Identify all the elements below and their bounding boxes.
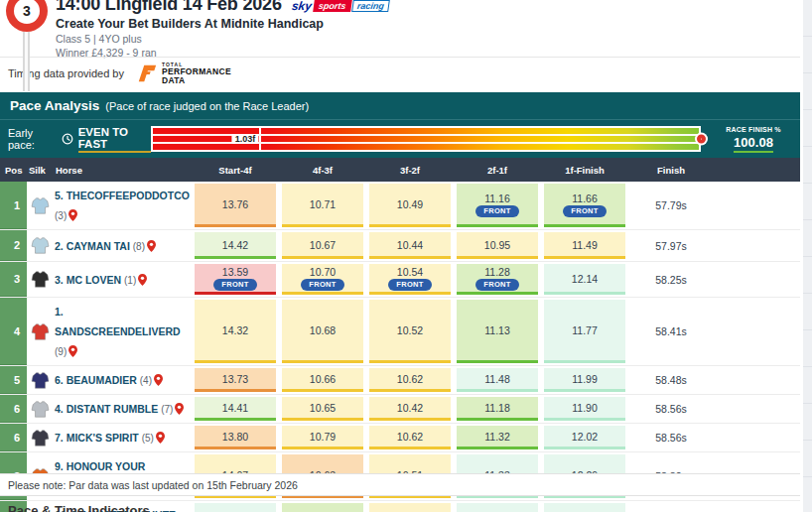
position-badge: FRONT <box>475 279 518 291</box>
sky-logo-text: sky <box>291 0 313 13</box>
tracker-pin-icon[interactable] <box>68 206 77 226</box>
finish-time: 57.79s <box>628 182 714 229</box>
header-divider <box>0 57 800 58</box>
sectional-cell: 10.81REAR <box>366 501 454 512</box>
pace-time-indicators-heading: Pace & Time Indicators <box>8 503 150 512</box>
par-data-note: Please note: Par data was last updated o… <box>8 479 298 491</box>
sectional-cell: 13.76 <box>192 182 279 229</box>
tracker-pin-icon[interactable] <box>156 429 165 448</box>
horse-cell: 3. MC LOVEN (1) <box>53 262 192 297</box>
tracker-pin-icon[interactable] <box>147 237 156 257</box>
scrollbar-track[interactable] <box>800 0 812 512</box>
sectional-cell: 10.66 <box>279 366 366 394</box>
sectional-cell: 12.02 <box>541 424 628 451</box>
column-header-3f-2f: 3f-2f <box>366 165 454 176</box>
silk-icon <box>27 230 53 261</box>
horse-name-link[interactable]: 5. THECOFFEEPODDOTCO <box>55 190 190 201</box>
sectional-value: 11.99 <box>572 373 598 385</box>
table-row: 1 5. THECOFFEEPODDOTCO (3) 13.76 10.71 1… <box>0 182 800 230</box>
tracker-pin-icon[interactable] <box>154 371 163 391</box>
finish-time: 58.56s <box>628 395 714 423</box>
silk-icon <box>27 262 53 297</box>
race-title: 14:00 Lingfield 14 Feb 2026 <box>56 0 282 15</box>
sectional-cell: 14.42 <box>192 230 279 261</box>
sectional-value: 11.18 <box>484 402 510 414</box>
sectional-cell: 10.70FRONT <box>279 262 366 297</box>
race-class: Class 5 | 4YO plus <box>56 33 389 45</box>
pace-marker-label: 1.03f <box>232 134 259 144</box>
horse-name-link[interactable]: 3. MC LOVEN <box>55 274 124 286</box>
column-header-silk: Silk <box>27 165 53 176</box>
column-header-2f-1f: 2f-1f <box>454 165 541 176</box>
sectional-value: 12.14 <box>572 273 598 285</box>
race-number-badge: 3 <box>6 0 48 32</box>
sectional-cell: 13.73 <box>192 366 279 394</box>
table-row: 4 1. SANDSCREENDELIVERD (9) 14.32 10.68 … <box>0 298 800 366</box>
row-spacer <box>714 366 800 394</box>
horse-draw: (8) <box>133 241 145 252</box>
horse-name-link[interactable]: 6. BEAUMADIER <box>55 374 140 386</box>
sectional-cell: 11.49REAR <box>454 501 541 512</box>
sectional-value: 10.70 <box>310 266 336 278</box>
sectional-cell: 11.16FRONT <box>454 182 541 229</box>
finish-time: 1m 0.12s <box>628 501 714 512</box>
race-badge-stem <box>23 32 30 91</box>
table-row: 6 7. MICK'S SPIRIT (5) 13.80 10.79 10.62 <box>0 424 800 452</box>
pace-marker-line <box>259 128 261 150</box>
tracker-pin-icon[interactable] <box>68 342 77 362</box>
position-badge: FRONT <box>301 279 343 291</box>
position-badge: FRONT <box>213 279 256 291</box>
sectional-value: 10.67 <box>310 239 336 251</box>
sectional-value: 10.71 <box>310 198 336 210</box>
pace-analysis-title: Pace Analysis <box>10 98 99 113</box>
position-cell: 4 <box>0 298 27 365</box>
position-cell: 6 <box>0 395 27 423</box>
silk-icon <box>27 182 53 229</box>
sectional-value: 11.16 <box>484 192 510 204</box>
table-row: 2 2. CAYMAN TAI (8) 14.42 10.67 10.44 <box>0 230 800 262</box>
pace-analysis-subtitle: (Pace of race judged on the Race Leader) <box>105 100 309 112</box>
sectional-cell: 10.54FRONT <box>366 262 454 297</box>
sectional-value: 11.28 <box>484 266 510 278</box>
sectional-value: 14.42 <box>222 239 248 251</box>
table-header-row: PosSilkHorseStart-4f4f-3f3f-2f2f-1f1f-Fi… <box>0 158 800 182</box>
horse-cell: 1. SANDSCREENDELIVERD (9) <box>53 298 192 365</box>
position-cell: 1 <box>0 182 27 229</box>
sectional-value: 10.66 <box>310 373 336 385</box>
sectional-value: 10.52 <box>397 324 423 336</box>
column-header-pos: Pos <box>0 165 27 176</box>
early-pace-label: Early pace: <box>8 127 57 151</box>
horse-cell: 2. CAYMAN TAI (8) <box>53 230 192 261</box>
horse-name-link[interactable]: 4. DISTANT RUMBLE <box>55 403 161 415</box>
horse-cell: 5. THECOFFEEPODDOTCO (3) <box>53 182 192 229</box>
sectional-cell: 11.13 <box>454 298 541 365</box>
early-pace-value[interactable]: EVEN TO FAST <box>78 126 151 153</box>
sectional-cell: 10.44 <box>366 230 454 261</box>
horse-cell: 6. BEAUMADIER (4) <box>53 366 192 394</box>
sectional-value: 10.79 <box>310 431 336 443</box>
tracker-pin-icon[interactable] <box>138 271 147 291</box>
row-spacer <box>714 262 800 297</box>
sectional-value: 14.32 <box>222 324 248 336</box>
horse-name-link[interactable]: 7. MICK'S SPIRIT <box>55 432 142 444</box>
finish-time: 58.56s <box>628 424 714 451</box>
sectional-cell: 10.68 <box>279 298 366 365</box>
silk-icon <box>27 366 53 394</box>
sectional-cell: 14.72REAR <box>192 501 279 512</box>
tracker-pin-icon[interactable] <box>175 400 184 420</box>
horse-draw: (3) <box>55 210 67 221</box>
sectional-cell: 11.32 <box>454 424 541 451</box>
race-finish-value[interactable]: 100.08 <box>734 135 773 153</box>
table-row: 5 6. BEAUMADIER (4) 13.73 10.66 10.62 <box>0 366 800 395</box>
column-header-1f-finish: 1f-Finish <box>541 165 628 176</box>
sectional-value: 10.95 <box>484 239 510 251</box>
early-pace-group: Early pace: EVEN TO FAST <box>8 126 151 153</box>
horse-name-link[interactable]: 2. CAYMAN TAI <box>55 240 133 252</box>
horse-name-link[interactable]: 1. SANDSCREENDELIVERD <box>55 306 181 337</box>
row-spacer <box>714 182 800 229</box>
pace-analysis-header: Pace Analysis (Pace of race judged on th… <box>0 92 800 119</box>
early-pace-band: Early pace: EVEN TO FAST 1.03f RACE FINI… <box>0 119 800 158</box>
row-spacer <box>714 424 800 451</box>
sectional-cell: 11.89REAR <box>541 501 628 512</box>
sectional-value: 10.62 <box>397 373 423 385</box>
